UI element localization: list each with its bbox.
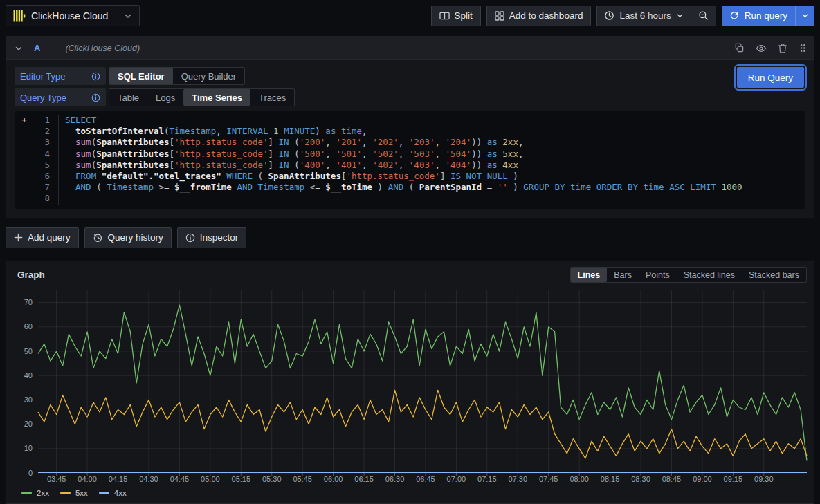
- y-axis-label: 0: [28, 469, 33, 477]
- explore-toolbar: ClickHouse Cloud Split Add to dashboard: [0, 0, 820, 31]
- legend-item-2xx[interactable]: 2xx: [21, 489, 49, 497]
- x-axis-label: 07:45: [539, 475, 558, 483]
- query-footer-buttons: Add query Query history Inspector: [6, 227, 814, 248]
- x-axis-label: 06:15: [354, 475, 374, 483]
- duplicate-query-icon[interactable]: [734, 43, 745, 53]
- query-actions: [734, 43, 807, 54]
- query-history-button[interactable]: Query history: [84, 227, 172, 248]
- zoom-out-icon: [698, 10, 709, 21]
- query-ref-id[interactable]: A: [34, 43, 40, 53]
- plot-region[interactable]: [38, 290, 807, 473]
- x-axis-label: 09:30: [754, 475, 774, 483]
- code-line: 4 sum(SpanAttributes['http.status_code']…: [15, 149, 805, 160]
- editor-type-group: SQL Editor Query Builder: [109, 67, 245, 85]
- line-number: 1: [33, 115, 50, 126]
- timeseries-chart: [38, 290, 807, 473]
- x-axis-label: 05:15: [232, 475, 251, 483]
- x-axis-label: 07:00: [447, 475, 466, 483]
- inspector-button[interactable]: Inspector: [177, 227, 247, 248]
- code-line: 8: [15, 193, 805, 204]
- graph-panel-header: Graph Lines Bars Points Stacked lines St…: [13, 265, 807, 285]
- clock-icon: [604, 10, 614, 21]
- x-axis-label: 08:30: [631, 475, 650, 483]
- x-axis-label: 04:15: [109, 475, 128, 483]
- option-traces[interactable]: Traces: [250, 89, 294, 106]
- query-type-label: Query Type: [15, 88, 106, 106]
- sql-code-editor[interactable]: +1SELECT2 toStartOfInterval(Timestamp, I…: [15, 111, 805, 209]
- style-points[interactable]: Points: [639, 268, 677, 282]
- style-bars[interactable]: Bars: [607, 268, 639, 282]
- x-axis-label: 09:00: [693, 475, 712, 483]
- query-type-group: Table Logs Time Series Traces: [109, 88, 295, 106]
- query-type-row: Query Type Table Logs Time Series Traces: [15, 88, 805, 106]
- x-axis-label: 03:45: [47, 475, 66, 483]
- legend-swatch: [60, 492, 71, 494]
- chart-legend: 2xx5xx4xx: [13, 485, 807, 501]
- line-number: 6: [33, 171, 50, 182]
- legend-label: 2xx: [37, 489, 49, 497]
- add-to-dashboard-button[interactable]: Add to dashboard: [486, 6, 592, 26]
- drag-handle-icon[interactable]: [799, 43, 807, 53]
- add-line-icon[interactable]: +: [15, 115, 33, 126]
- time-range-button[interactable]: Last 6 hours: [597, 6, 690, 26]
- run-query-button[interactable]: Run query: [722, 6, 795, 26]
- y-axis-label: 30: [24, 395, 33, 404]
- legend-label: 4xx: [114, 489, 127, 497]
- datasource-picker[interactable]: ClickHouse Cloud: [6, 5, 140, 26]
- add-to-dashboard-label: Add to dashboard: [509, 10, 583, 21]
- chevron-down-icon: [676, 12, 684, 19]
- split-button[interactable]: Split: [431, 6, 481, 26]
- x-axis-label: 08:00: [570, 475, 589, 483]
- run-query-dropdown-button[interactable]: [795, 6, 814, 26]
- x-axis-label: 04:00: [78, 475, 97, 483]
- x-axis-label: 09:15: [724, 475, 743, 483]
- legend-label: 5xx: [75, 489, 88, 497]
- zoom-out-time-button[interactable]: [691, 6, 716, 26]
- option-sql-editor[interactable]: SQL Editor: [109, 68, 173, 84]
- collapse-query-icon[interactable]: [13, 43, 24, 54]
- graph-panel: Graph Lines Bars Points Stacked lines St…: [6, 261, 814, 504]
- option-logs[interactable]: Logs: [147, 89, 183, 106]
- query-row-header: A (ClickHouse Cloud): [6, 37, 814, 60]
- chevron-down-icon: [124, 12, 132, 20]
- y-axis-label: 40: [24, 371, 33, 380]
- option-table[interactable]: Table: [109, 89, 147, 106]
- line-number: 2: [33, 126, 50, 137]
- style-stacked-lines[interactable]: Stacked lines: [677, 268, 742, 282]
- code-line: 3 sum(SpanAttributes['http.status_code']…: [15, 137, 805, 148]
- x-axis-label: 05:30: [262, 475, 282, 483]
- option-time-series[interactable]: Time Series: [183, 89, 250, 106]
- graph-title: Graph: [13, 270, 45, 280]
- y-axis-label: 70: [24, 298, 33, 306]
- info-icon[interactable]: [91, 72, 100, 81]
- delete-query-icon[interactable]: [778, 43, 787, 53]
- x-axis-label: 04:45: [170, 475, 190, 483]
- style-lines[interactable]: Lines: [571, 268, 608, 282]
- y-axis-label: 60: [24, 322, 33, 330]
- info-icon[interactable]: [91, 93, 100, 102]
- legend-item-5xx[interactable]: 5xx: [60, 489, 88, 497]
- toggle-visibility-icon[interactable]: [756, 43, 767, 54]
- style-stacked-bars[interactable]: Stacked bars: [742, 268, 806, 282]
- option-query-builder[interactable]: Query Builder: [173, 68, 244, 84]
- run-query-panel-button[interactable]: Run Query: [737, 67, 804, 88]
- clickhouse-logo-icon: [13, 10, 26, 22]
- add-query-button[interactable]: Add query: [6, 227, 79, 248]
- x-axis-label: 06:30: [385, 475, 405, 483]
- apps-grid-icon: [495, 11, 504, 21]
- code-line: +1SELECT: [15, 115, 805, 126]
- code-line: 6 FROM "default"."otel_traces" WHERE ( S…: [15, 171, 805, 182]
- y-axis-label: 20: [24, 420, 33, 428]
- x-axis-label: 05:45: [293, 475, 312, 483]
- x-axis-label: 08:15: [601, 475, 620, 483]
- y-axis-label: 50: [24, 347, 33, 355]
- x-axis-label: 06:45: [416, 475, 435, 483]
- line-number: 4: [33, 149, 50, 160]
- sync-icon: [729, 11, 739, 21]
- chart-area: 010203040506070: [13, 290, 807, 473]
- legend-item-4xx[interactable]: 4xx: [99, 489, 127, 497]
- editor-type-row: Editor Type SQL Editor Query Builder: [15, 67, 805, 85]
- time-picker-group: Last 6 hours: [596, 6, 716, 26]
- graph-style-group: Lines Bars Points Stacked lines Stacked …: [570, 267, 807, 283]
- legend-swatch: [21, 492, 32, 494]
